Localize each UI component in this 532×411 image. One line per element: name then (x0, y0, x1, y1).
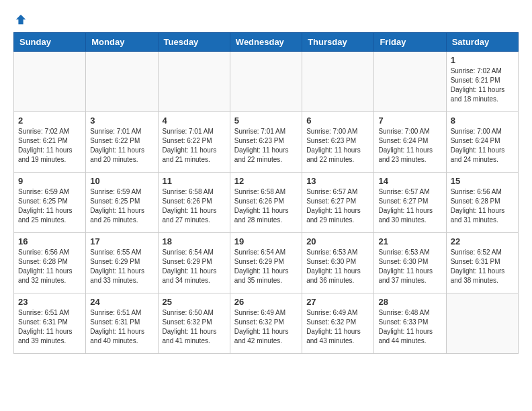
day-number: 11 (163, 176, 226, 186)
day-number: 16 (18, 236, 81, 246)
day-number: 24 (90, 297, 153, 307)
calendar-cell: 27Sunrise: 6:49 AM Sunset: 6:32 PM Dayli… (302, 293, 374, 354)
calendar-cell (14, 52, 86, 112)
day-of-week-header: Wednesday (230, 33, 302, 52)
day-of-week-header: Tuesday (158, 33, 230, 52)
calendar-cell: 26Sunrise: 6:49 AM Sunset: 6:32 PM Dayli… (230, 293, 302, 354)
day-of-week-header: Monday (86, 33, 158, 52)
day-number: 14 (378, 176, 441, 186)
day-number: 23 (18, 297, 81, 307)
day-info: Sunrise: 7:00 AM Sunset: 6:24 PM Dayligh… (378, 127, 441, 165)
calendar-cell (302, 52, 374, 112)
day-info: Sunrise: 7:01 AM Sunset: 6:22 PM Dayligh… (163, 127, 226, 165)
day-number: 2 (18, 116, 81, 126)
day-info: Sunrise: 6:54 AM Sunset: 6:29 PM Dayligh… (234, 248, 298, 285)
calendar-cell: 16Sunrise: 6:56 AM Sunset: 6:28 PM Dayli… (14, 233, 86, 293)
calendar-cell: 12Sunrise: 6:58 AM Sunset: 6:26 PM Dayli… (230, 173, 302, 233)
calendar-week-row: 1Sunrise: 7:02 AM Sunset: 6:21 PM Daylig… (14, 52, 519, 112)
day-number: 25 (163, 297, 226, 307)
day-info: Sunrise: 6:48 AM Sunset: 6:33 PM Dayligh… (378, 308, 441, 346)
day-info: Sunrise: 6:54 AM Sunset: 6:29 PM Dayligh… (163, 248, 226, 285)
day-info: Sunrise: 6:49 AM Sunset: 6:32 PM Dayligh… (306, 308, 369, 346)
day-info: Sunrise: 7:00 AM Sunset: 6:24 PM Dayligh… (451, 127, 514, 165)
day-of-week-header: Saturday (446, 33, 518, 52)
day-number: 10 (90, 176, 153, 186)
calendar-cell: 15Sunrise: 6:56 AM Sunset: 6:28 PM Dayli… (446, 173, 518, 233)
day-number: 19 (234, 236, 298, 246)
day-info: Sunrise: 6:53 AM Sunset: 6:30 PM Dayligh… (306, 248, 369, 285)
calendar-cell: 2Sunrise: 7:02 AM Sunset: 6:21 PM Daylig… (14, 112, 86, 173)
day-info: Sunrise: 7:01 AM Sunset: 6:23 PM Dayligh… (234, 127, 298, 165)
logo-icon (15, 13, 27, 26)
day-number: 22 (451, 236, 514, 246)
day-of-week-header: Friday (374, 33, 446, 52)
logo (13, 13, 27, 26)
calendar-cell (374, 52, 446, 112)
calendar-cell: 4Sunrise: 7:01 AM Sunset: 6:22 PM Daylig… (158, 112, 230, 173)
calendar-cell: 7Sunrise: 7:00 AM Sunset: 6:24 PM Daylig… (374, 112, 446, 173)
day-info: Sunrise: 6:51 AM Sunset: 6:31 PM Dayligh… (18, 308, 81, 346)
calendar-cell: 11Sunrise: 6:58 AM Sunset: 6:26 PM Dayli… (158, 173, 230, 233)
day-info: Sunrise: 6:52 AM Sunset: 6:31 PM Dayligh… (451, 248, 514, 285)
day-number: 17 (90, 236, 153, 246)
day-number: 4 (163, 116, 226, 126)
calendar-cell: 13Sunrise: 6:57 AM Sunset: 6:27 PM Dayli… (302, 173, 374, 233)
calendar-cell: 24Sunrise: 6:51 AM Sunset: 6:31 PM Dayli… (86, 293, 158, 354)
day-info: Sunrise: 7:02 AM Sunset: 6:21 PM Dayligh… (18, 127, 81, 165)
calendar-cell: 23Sunrise: 6:51 AM Sunset: 6:31 PM Dayli… (14, 293, 86, 354)
day-number: 6 (306, 116, 369, 126)
day-info: Sunrise: 6:58 AM Sunset: 6:26 PM Dayligh… (234, 187, 298, 225)
day-number: 7 (378, 116, 441, 126)
day-number: 1 (451, 55, 514, 65)
day-number: 13 (306, 176, 369, 186)
day-info: Sunrise: 6:51 AM Sunset: 6:31 PM Dayligh… (90, 308, 153, 346)
day-number: 28 (378, 297, 441, 307)
day-number: 9 (18, 176, 81, 186)
calendar-cell: 8Sunrise: 7:00 AM Sunset: 6:24 PM Daylig… (446, 112, 518, 173)
day-info: Sunrise: 6:59 AM Sunset: 6:25 PM Dayligh… (18, 187, 81, 225)
calendar-cell: 19Sunrise: 6:54 AM Sunset: 6:29 PM Dayli… (230, 233, 302, 293)
day-info: Sunrise: 7:01 AM Sunset: 6:22 PM Dayligh… (90, 127, 153, 165)
calendar-week-row: 2Sunrise: 7:02 AM Sunset: 6:21 PM Daylig… (14, 112, 519, 173)
calendar-cell: 10Sunrise: 6:59 AM Sunset: 6:25 PM Dayli… (86, 173, 158, 233)
calendar-cell (230, 52, 302, 112)
calendar-cell: 14Sunrise: 6:57 AM Sunset: 6:27 PM Dayli… (374, 173, 446, 233)
calendar-cell: 9Sunrise: 6:59 AM Sunset: 6:25 PM Daylig… (14, 173, 86, 233)
day-number: 15 (451, 176, 514, 186)
day-number: 3 (90, 116, 153, 126)
day-info: Sunrise: 6:58 AM Sunset: 6:26 PM Dayligh… (163, 187, 226, 225)
calendar-table: SundayMondayTuesdayWednesdayThursdayFrid… (13, 32, 519, 354)
calendar-cell: 28Sunrise: 6:48 AM Sunset: 6:33 PM Dayli… (374, 293, 446, 354)
day-number: 21 (378, 236, 441, 246)
day-of-week-header: Sunday (14, 33, 86, 52)
day-number: 5 (234, 116, 298, 126)
calendar-cell: 22Sunrise: 6:52 AM Sunset: 6:31 PM Dayli… (446, 233, 518, 293)
calendar-header-row: SundayMondayTuesdayWednesdayThursdayFrid… (14, 33, 519, 52)
day-info: Sunrise: 6:57 AM Sunset: 6:27 PM Dayligh… (378, 187, 441, 225)
calendar-cell (86, 52, 158, 112)
day-info: Sunrise: 6:56 AM Sunset: 6:28 PM Dayligh… (18, 248, 81, 285)
day-info: Sunrise: 6:59 AM Sunset: 6:25 PM Dayligh… (90, 187, 153, 225)
day-info: Sunrise: 6:53 AM Sunset: 6:30 PM Dayligh… (378, 248, 441, 285)
day-info: Sunrise: 6:50 AM Sunset: 6:32 PM Dayligh… (163, 308, 226, 346)
day-number: 27 (306, 297, 369, 307)
svg-marker-0 (16, 15, 26, 24)
calendar-cell: 20Sunrise: 6:53 AM Sunset: 6:30 PM Dayli… (302, 233, 374, 293)
calendar-cell: 25Sunrise: 6:50 AM Sunset: 6:32 PM Dayli… (158, 293, 230, 354)
calendar-cell (158, 52, 230, 112)
day-number: 20 (306, 236, 369, 246)
page-header (13, 13, 519, 26)
day-info: Sunrise: 6:56 AM Sunset: 6:28 PM Dayligh… (451, 187, 514, 225)
calendar-cell: 6Sunrise: 7:00 AM Sunset: 6:23 PM Daylig… (302, 112, 374, 173)
day-number: 8 (451, 116, 514, 126)
calendar-cell: 3Sunrise: 7:01 AM Sunset: 6:22 PM Daylig… (86, 112, 158, 173)
day-of-week-header: Thursday (302, 33, 374, 52)
calendar-cell (446, 293, 518, 354)
day-info: Sunrise: 6:49 AM Sunset: 6:32 PM Dayligh… (234, 308, 298, 346)
calendar-cell: 1Sunrise: 7:02 AM Sunset: 6:21 PM Daylig… (446, 52, 518, 112)
calendar-week-row: 9Sunrise: 6:59 AM Sunset: 6:25 PM Daylig… (14, 173, 519, 233)
day-number: 12 (234, 176, 298, 186)
calendar-cell: 17Sunrise: 6:55 AM Sunset: 6:29 PM Dayli… (86, 233, 158, 293)
calendar-cell: 18Sunrise: 6:54 AM Sunset: 6:29 PM Dayli… (158, 233, 230, 293)
calendar-cell: 5Sunrise: 7:01 AM Sunset: 6:23 PM Daylig… (230, 112, 302, 173)
